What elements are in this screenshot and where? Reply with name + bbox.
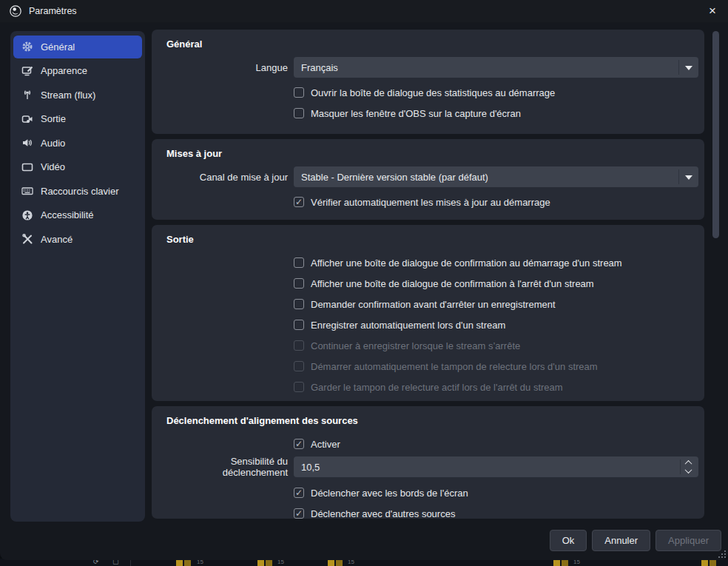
audio-meter-segment bbox=[701, 559, 708, 566]
ok-button[interactable]: Ok bbox=[550, 530, 587, 551]
close-icon[interactable]: × bbox=[703, 2, 722, 20]
checkbox-label: Activer bbox=[311, 439, 340, 450]
scrollbar-thumb[interactable] bbox=[712, 31, 719, 238]
audio-meter-segment bbox=[257, 559, 264, 566]
titlebar[interactable]: Paramètres × bbox=[0, 0, 728, 22]
appearance-icon bbox=[21, 64, 33, 77]
checkbox-label: Déclencher avec les bords de l'écran bbox=[311, 488, 468, 499]
update-channel-select[interactable]: Stable - Dernière version stable (par dé… bbox=[294, 166, 698, 187]
checkbox-box[interactable] bbox=[294, 108, 304, 118]
vertical-scrollbar[interactable] bbox=[712, 31, 720, 519]
sidebar-item-audio[interactable]: Audio bbox=[13, 132, 142, 155]
checkbox-label: Ouvrir la boîte de dialogue des statisti… bbox=[311, 87, 555, 98]
checkbox-open-stats[interactable]: Ouvrir la boîte de dialogue des statisti… bbox=[294, 82, 698, 103]
audio-meter-segment bbox=[336, 559, 343, 566]
snap-sensitivity-label: Sensibilité du déclenchement bbox=[164, 456, 288, 478]
checkbox-label: Démarrer automatiquement le tampon de re… bbox=[311, 361, 598, 372]
section-output: Sortie Afficher une boîte de dialogue de… bbox=[152, 225, 704, 401]
checkbox-snap-other-sources[interactable]: Déclencher avec d'autres sources bbox=[294, 503, 698, 524]
display-icon bbox=[21, 161, 33, 173]
checkbox-auto-record-stream[interactable]: Enregistrer automatiquement lors d'un st… bbox=[294, 314, 698, 335]
section-general: Général Langue Français Ouvrir la boîte … bbox=[152, 30, 704, 134]
sidebar-item-video[interactable]: Vidéo bbox=[13, 155, 142, 178]
checkbox-enable-snapping[interactable]: Activer bbox=[294, 434, 698, 454]
checkbox-box[interactable] bbox=[294, 278, 304, 289]
sidebar-item-label: Sortie bbox=[41, 113, 66, 124]
sidebar-item-accessibility[interactable]: Accessibilité bbox=[13, 203, 142, 226]
checkbox-auto-replay-buffer: Démarrer automatiquement le tampon de re… bbox=[294, 356, 698, 377]
accessibility-icon bbox=[21, 209, 33, 221]
checkbox-auto-check-updates[interactable]: Vérifier automatiquement les mises à jou… bbox=[294, 192, 698, 212]
sidebar-item-hotkeys[interactable]: Raccourcis clavier bbox=[13, 180, 142, 203]
checkbox-confirm-stop-stream[interactable]: Afficher une boîte de dialogue de confir… bbox=[294, 273, 698, 294]
chevron-down-icon bbox=[685, 66, 692, 70]
gear-icon bbox=[21, 41, 33, 53]
section-title: Sortie bbox=[164, 232, 698, 252]
sidebar-item-advanced[interactable]: Avancé bbox=[13, 228, 142, 251]
sidebar-item-label: Stream (flux) bbox=[41, 90, 95, 101]
section-snapping: Déclenchement d'alignement des sources A… bbox=[152, 406, 704, 519]
audio-meter-segment bbox=[184, 559, 191, 566]
sidebar-item-label: Général bbox=[41, 41, 75, 53]
checkbox-label: Afficher une boîte de dialogue de confir… bbox=[311, 257, 622, 269]
settings-dialog: Paramètres × Général Apparence S bbox=[0, 0, 728, 560]
checkbox-label: Enregistrer automatiquement lors d'un st… bbox=[311, 320, 505, 331]
audio-meter-segment bbox=[176, 559, 183, 566]
checkbox-snap-screen-edges[interactable]: Déclencher avec les bords de l'écran bbox=[294, 482, 698, 503]
checkbox-box[interactable] bbox=[294, 320, 304, 330]
checkbox-box[interactable] bbox=[294, 299, 304, 309]
section-title: Général bbox=[164, 37, 698, 57]
checkbox-box[interactable] bbox=[294, 257, 304, 268]
audio-meter-segment bbox=[266, 559, 272, 566]
sidebar-item-label: Raccourcis clavier bbox=[41, 186, 118, 197]
sidebar-item-appearance[interactable]: Apparence bbox=[13, 59, 142, 82]
checkbox-box[interactable] bbox=[294, 439, 304, 449]
checkbox-label: Garder le tampon de relecture actif lors… bbox=[311, 382, 563, 393]
apply-button[interactable]: Appliquer bbox=[655, 530, 721, 551]
snap-sensitivity-value: 10,5 bbox=[301, 462, 320, 473]
language-value: Français bbox=[301, 62, 338, 73]
section-title: Mises à jour bbox=[164, 146, 698, 166]
divider bbox=[678, 169, 679, 184]
settings-content: Général Langue Français Ouvrir la boîte … bbox=[152, 30, 704, 524]
keyboard-icon bbox=[21, 185, 33, 198]
sidebar-item-stream[interactable]: Stream (flux) bbox=[13, 84, 142, 107]
sidebar-item-output[interactable]: Sortie bbox=[13, 107, 142, 130]
checkbox-box[interactable] bbox=[294, 197, 304, 207]
checkbox-hide-obs-windows[interactable]: Masquer les fenêtre d'OBS sur la capture… bbox=[294, 103, 698, 124]
output-icon bbox=[21, 112, 33, 125]
language-select[interactable]: Français bbox=[294, 57, 698, 78]
audio-meter-segment bbox=[328, 559, 334, 566]
checkbox-confirm-stop-recording[interactable]: Demander confirmation avant d'arrêter un… bbox=[294, 294, 698, 314]
sidebar-item-general[interactable]: Général bbox=[13, 36, 142, 58]
resize-grip[interactable] bbox=[718, 550, 726, 558]
checkbox-confirm-start-stream[interactable]: Afficher une boîte de dialogue de confir… bbox=[294, 252, 698, 273]
checkbox-box bbox=[294, 340, 304, 351]
spin-down-icon[interactable] bbox=[684, 466, 692, 474]
checkbox-box bbox=[294, 382, 304, 392]
settings-sidebar: Général Apparence Stream (flux) Sortie bbox=[10, 31, 145, 522]
snap-sensitivity-spinner[interactable]: 10,5 bbox=[294, 456, 698, 477]
sidebar-item-label: Accessibilité bbox=[41, 209, 94, 220]
checkbox-label: Continuer à enregistrer lorsque le strea… bbox=[311, 340, 520, 351]
checkbox-label: Masquer les fenêtre d'OBS sur la capture… bbox=[311, 108, 521, 119]
checkbox-label: Afficher une boîte de dialogue de confir… bbox=[311, 278, 594, 289]
checkbox-label: Déclencher avec d'autres sources bbox=[311, 508, 455, 519]
checkbox-label: Vérifier automatiquement les mises à jou… bbox=[311, 197, 550, 208]
obs-logo-icon bbox=[9, 4, 22, 18]
sidebar-item-label: Avancé bbox=[41, 234, 73, 245]
checkbox-box[interactable] bbox=[294, 508, 304, 519]
section-title: Déclenchement d'alignement des sources bbox=[164, 414, 698, 434]
checkbox-keep-replay-buffer: Garder le tampon de relecture actif lors… bbox=[294, 377, 698, 397]
checkbox-keep-recording-on-stop: Continuer à enregistrer lorsque le strea… bbox=[294, 335, 698, 356]
chevron-down-icon bbox=[685, 175, 692, 180]
dialog-footer: Ok Annuler Appliquer bbox=[0, 530, 721, 552]
checkbox-box[interactable] bbox=[294, 87, 304, 98]
sidebar-item-label: Audio bbox=[41, 138, 65, 149]
checkbox-box[interactable] bbox=[294, 488, 304, 498]
section-updates: Mises à jour Canal de mise à jour Stable… bbox=[152, 139, 704, 220]
tools-icon bbox=[21, 233, 33, 246]
divider bbox=[678, 60, 679, 75]
cancel-button[interactable]: Annuler bbox=[592, 530, 650, 551]
audio-meter-segment bbox=[710, 559, 716, 566]
